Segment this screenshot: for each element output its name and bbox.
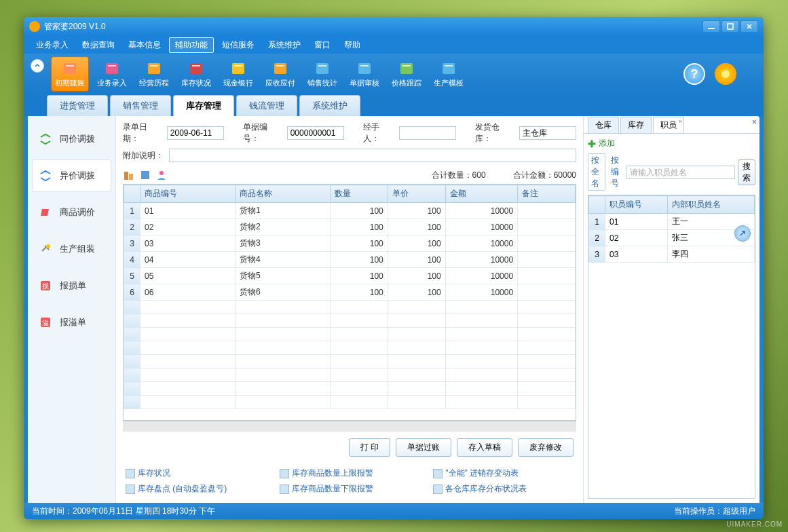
by-name-link[interactable]: 按全名 [588, 153, 605, 191]
toolbar-button[interactable]: 应收应付 [261, 56, 299, 92]
menu-item[interactable]: 系统维护 [263, 38, 306, 52]
watermark: UIMAKER.COM [726, 520, 783, 528]
grid-header[interactable]: 备注 [518, 185, 576, 203]
add-link[interactable]: ✚ 添加 [588, 138, 755, 149]
bill-input[interactable] [287, 126, 344, 140]
table-row[interactable]: 202张三 [589, 230, 755, 246]
person-icon[interactable] [155, 169, 168, 181]
toolbar-button[interactable]: 生产模板 [430, 56, 468, 92]
report-link[interactable]: 库存盘点 (自动盘盈盘亏) [126, 483, 266, 495]
table-row[interactable]: 505货物510010010000 [124, 268, 576, 284]
menu-item[interactable]: 数据查询 [77, 38, 120, 52]
toolbar-icon [102, 60, 121, 77]
report-link[interactable]: 库存商品数量下限报警 [280, 483, 420, 495]
float-arrow-button[interactable] [734, 225, 751, 242]
product-grid[interactable]: 商品编号商品名称数量单价金额备注101货物110010010000202货物21… [123, 184, 576, 421]
table-row[interactable] [124, 382, 576, 396]
grid-header[interactable] [589, 196, 605, 214]
main-tab[interactable]: 库存管理 [173, 95, 234, 116]
toolbar-button[interactable]: 单据审核 [345, 56, 383, 92]
menu-item[interactable]: 窗口 [309, 38, 336, 52]
table-row[interactable]: 202货物210010010000 [124, 219, 576, 235]
post-button[interactable]: 单据过账 [396, 438, 451, 457]
warehouse-input[interactable] [519, 126, 576, 140]
maximize-button[interactable] [721, 20, 739, 33]
draft-button[interactable]: 存入草稿 [457, 438, 512, 457]
toolbar-button[interactable]: 现金银行 [219, 56, 257, 92]
toolbar-button[interactable]: 销售统计 [303, 56, 341, 92]
toolbar-button[interactable]: 初期建账 [51, 56, 89, 92]
collapse-toggle[interactable] [31, 59, 44, 73]
sidebar-item[interactable]: 损报损单 [32, 269, 111, 302]
toolbar-button[interactable]: 价格跟踪 [388, 56, 426, 92]
sidebar-item[interactable]: 同价调拨 [32, 123, 111, 155]
table-row[interactable]: 404货物410010010000 [124, 252, 576, 268]
table-row[interactable] [124, 341, 576, 355]
grid-header[interactable]: 商品名称 [235, 185, 330, 203]
grid-header[interactable]: 单价 [388, 185, 445, 203]
report-link[interactable]: "全能" 进销存变动表 [433, 468, 574, 479]
report-link[interactable]: 各仓库库存分布状况表 [433, 483, 574, 495]
toolbar-button[interactable]: 业务录入 [93, 56, 131, 92]
right-panel-tab[interactable]: 仓库 [588, 117, 619, 133]
sidebar-item[interactable]: 商品调价 [32, 196, 111, 229]
menu-item[interactable]: 帮助 [339, 38, 366, 52]
table-row[interactable] [124, 328, 576, 341]
horizontal-scrollbar[interactable] [123, 421, 576, 432]
sidebar-item[interactable]: 溢报溢单 [32, 306, 111, 339]
menu-item[interactable]: 辅助功能 [169, 37, 214, 53]
grid-header[interactable]: 内部职员姓名 [667, 196, 754, 214]
handler-input[interactable] [399, 126, 456, 140]
grid-header[interactable]: 金额 [445, 185, 517, 203]
report-link[interactable]: 库存商品数量上限报警 [280, 468, 420, 479]
discard-button[interactable]: 废弃修改 [518, 438, 574, 457]
right-panel-tab[interactable]: 职员× [653, 117, 684, 133]
sidebar-item[interactable]: 异价调拨 [32, 159, 111, 192]
building2-icon[interactable] [139, 169, 151, 181]
table-row[interactable] [124, 396, 576, 409]
table-row[interactable]: 303货物310010010000 [124, 235, 576, 252]
close-button[interactable] [740, 20, 758, 33]
grid-header[interactable]: 数量 [330, 185, 388, 203]
by-code-link[interactable]: 按编号 [608, 154, 624, 190]
sidebar-item[interactable]: 生产组装 [32, 233, 111, 265]
table-row[interactable] [124, 301, 576, 314]
table-row[interactable]: 101王一 [589, 214, 755, 230]
grid-header[interactable] [124, 185, 140, 203]
right-panel-tab[interactable]: 库存 [620, 117, 652, 133]
gold-button[interactable] [715, 63, 736, 85]
main-tab[interactable]: 销售管理 [110, 95, 171, 116]
date-input[interactable] [167, 126, 224, 140]
menu-item[interactable]: 短信服务 [217, 38, 260, 52]
table-row[interactable] [124, 355, 576, 368]
grid-header[interactable]: 职员编号 [605, 196, 668, 214]
toolbar-button[interactable]: 库存状况 [177, 56, 215, 92]
tab-close-icon[interactable]: × [679, 118, 682, 125]
table-row[interactable]: 101货物110010010000 [124, 203, 576, 219]
main-tab[interactable]: 进货管理 [47, 95, 108, 116]
svg-text:溢: 溢 [42, 319, 49, 326]
help-button[interactable]: ? [683, 63, 705, 85]
report-link[interactable]: 库存状况 [126, 468, 266, 479]
main-tab[interactable]: 系统维护 [299, 95, 360, 116]
table-row[interactable] [124, 368, 576, 382]
employee-grid[interactable]: 职员编号内部职员姓名101王一202张三303李四 [588, 195, 755, 499]
panel-close-icon[interactable]: × [752, 117, 757, 127]
print-button[interactable]: 打 印 [349, 438, 390, 457]
table-row[interactable]: 303李四 [589, 246, 755, 263]
minimize-button[interactable] [702, 20, 720, 33]
main-tab[interactable]: 钱流管理 [236, 95, 297, 116]
search-input[interactable] [626, 166, 735, 179]
toolbar-icon [355, 60, 374, 77]
menu-item[interactable]: 业务录入 [31, 38, 74, 52]
toolbar-button[interactable]: 经营历程 [135, 56, 173, 92]
building1-icon[interactable] [123, 169, 135, 181]
search-button[interactable]: 搜索 [738, 159, 755, 185]
total-amt-label: 合计金额： [513, 170, 554, 180]
table-row[interactable]: 606货物610010010000 [124, 284, 576, 301]
remark-input[interactable] [169, 149, 576, 162]
menu-item[interactable]: 基本信息 [123, 38, 166, 52]
toolbar-label: 业务录入 [97, 78, 127, 88]
table-row[interactable] [124, 314, 576, 328]
grid-header[interactable]: 商品编号 [140, 185, 236, 203]
